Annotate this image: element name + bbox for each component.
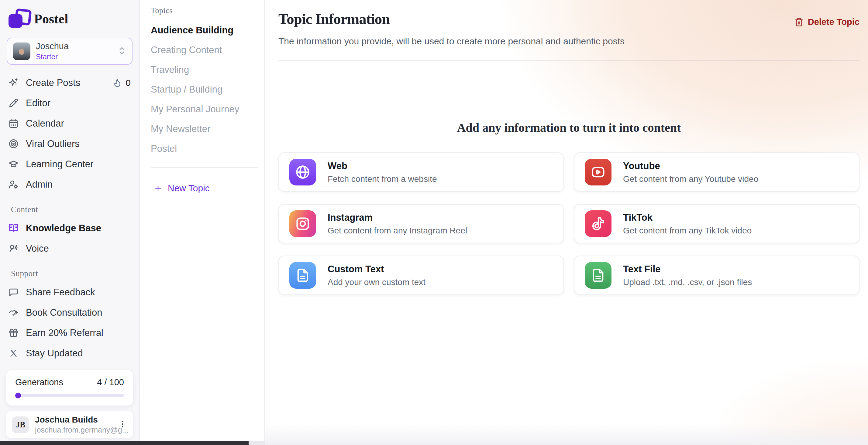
app-logo: Postel xyxy=(6,8,133,38)
topic-item-creating-content[interactable]: Creating Content xyxy=(151,45,265,55)
account-name: Joschua Builds xyxy=(35,415,112,425)
topics-divider xyxy=(151,167,258,168)
chevrons-up-down-icon xyxy=(117,46,126,57)
account-email: joschua.from.germany@g... xyxy=(35,425,112,434)
topic-item-my-personal-journey[interactable]: My Personal Journey xyxy=(151,104,265,114)
topic-item-startup-building[interactable]: Startup / Building xyxy=(151,85,265,94)
sidebar-item-editor[interactable]: Editor xyxy=(8,93,131,113)
instagram-camera-icon xyxy=(289,210,316,237)
postel-logo-icon xyxy=(8,9,28,29)
sparkles-icon xyxy=(8,78,19,88)
sidebar-item-label: Book Consultation xyxy=(26,307,102,318)
sidebar-item-stay-updated[interactable]: Stay Updated xyxy=(8,343,131,363)
kebab-menu-icon[interactable] xyxy=(118,419,127,430)
horizontal-scrollbar-track[interactable] xyxy=(0,441,265,445)
source-card-web[interactable]: Web Fetch content from a website xyxy=(278,152,564,192)
card-title: Instagram xyxy=(328,212,467,223)
pencil-icon xyxy=(8,98,19,108)
source-card-youtube[interactable]: Youtube Get content from any Youtube vid… xyxy=(574,152,860,192)
sidebar-item-create-posts[interactable]: Create Posts 0 xyxy=(8,73,131,93)
sidebar-item-label: Learning Center xyxy=(26,159,93,170)
card-description: Get content from any Youtube video xyxy=(623,174,758,184)
graduation-cap-icon xyxy=(8,159,19,169)
sidebar: Postel Joschua Starter Create Posts 0 xyxy=(0,0,140,445)
card-description: Upload .txt, .md, .csv, or .json files xyxy=(623,277,752,287)
target-icon xyxy=(8,139,19,149)
generations-label: Generations xyxy=(15,377,63,387)
voice-icon xyxy=(8,243,19,253)
workspace-name: Joschua xyxy=(36,41,69,51)
topic-item-my-newsletter[interactable]: My Newsletter xyxy=(151,124,265,134)
sidebar-nav: Create Posts 0 Editor Calendar Viral Out… xyxy=(6,73,133,363)
plan-badge: Starter xyxy=(36,53,69,61)
section-label-support: Support xyxy=(11,269,128,278)
horizontal-scrollbar-thumb[interactable] xyxy=(0,441,249,445)
avatar-initials: JB xyxy=(12,416,29,433)
source-cards-grid: Web Fetch content from a website Youtube… xyxy=(278,152,860,295)
sidebar-item-label: Calendar xyxy=(26,118,64,129)
source-card-instagram[interactable]: Instagram Get content from any Instagram… xyxy=(278,204,564,243)
page-title: Topic Information xyxy=(278,10,390,28)
topic-item-audience-building[interactable]: Audience Building xyxy=(151,26,265,35)
generations-progress-bar xyxy=(15,394,124,397)
source-card-text-file[interactable]: Text File Upload .txt, .md, .csv, or .js… xyxy=(574,255,860,295)
sidebar-item-label: Earn 20% Referral xyxy=(26,328,103,338)
topics-label: Topics xyxy=(151,6,265,15)
generations-progress-fill xyxy=(15,393,21,399)
header-divider xyxy=(278,60,860,61)
sidebar-item-label: Stay Updated xyxy=(26,348,83,359)
delete-topic-label: Delete Topic xyxy=(808,17,860,27)
card-description: Add your own custom text xyxy=(328,277,426,287)
generations-count: 4 / 100 xyxy=(97,377,124,387)
account-menu[interactable]: JB Joschua Builds joschua.from.germany@g… xyxy=(6,411,133,438)
page-subtitle: The information you provide, will be use… xyxy=(278,36,860,46)
card-description: Get content from any Instagram Reel xyxy=(328,226,467,236)
document-icon xyxy=(585,262,612,289)
app-window: Postel Joschua Starter Create Posts 0 xyxy=(0,0,868,445)
credits-count: 0 xyxy=(126,78,131,88)
topic-item-traveling[interactable]: Traveling xyxy=(151,65,265,74)
topic-item-postel[interactable]: Postel xyxy=(151,144,265,153)
x-logo-icon xyxy=(8,348,19,358)
sidebar-item-earn-referral[interactable]: Earn 20% Referral xyxy=(8,323,131,343)
calendar-icon xyxy=(8,118,19,128)
card-title: TikTok xyxy=(623,212,752,223)
sidebar-item-label: Viral Outliers xyxy=(26,138,80,149)
gift-icon xyxy=(8,328,19,338)
card-title: Text File xyxy=(623,264,752,275)
sidebar-item-label: Admin xyxy=(26,179,53,190)
youtube-play-icon xyxy=(585,159,612,185)
sidebar-item-share-feedback[interactable]: Share Feedback xyxy=(8,282,131,302)
flame-icon xyxy=(113,78,122,88)
sidebar-item-admin[interactable]: Admin xyxy=(8,174,131,195)
sidebar-item-learning-center[interactable]: Learning Center xyxy=(8,154,131,174)
topics-panel: Topics Audience Building Creating Conten… xyxy=(140,0,265,445)
source-card-custom-text[interactable]: Custom Text Add your own custom text xyxy=(278,255,564,295)
sidebar-item-label: Editor xyxy=(26,98,51,109)
book-open-icon xyxy=(8,223,19,233)
source-card-tiktok[interactable]: TikTok Get content from any TikTok video xyxy=(574,204,860,243)
sidebar-item-book-consultation[interactable]: Book Consultation xyxy=(8,302,131,323)
plus-icon xyxy=(154,184,162,193)
sidebar-item-calendar[interactable]: Calendar xyxy=(8,113,131,134)
sidebar-item-knowledge-base[interactable]: Knowledge Base xyxy=(8,218,131,238)
sidebar-item-label: Knowledge Base xyxy=(26,223,101,234)
sidebar-item-voice[interactable]: Voice xyxy=(8,238,131,259)
sidebar-item-label: Create Posts xyxy=(26,77,80,88)
new-topic-button[interactable]: New Topic xyxy=(151,183,265,193)
avatar xyxy=(13,42,30,60)
sidebar-item-label: Voice xyxy=(26,243,49,254)
card-title: Youtube xyxy=(623,161,758,172)
new-topic-label: New Topic xyxy=(168,183,210,193)
credits-badge: 0 xyxy=(113,78,131,88)
delete-topic-button[interactable]: Delete Topic xyxy=(795,17,860,27)
handshake-icon xyxy=(8,307,19,317)
card-title: Web xyxy=(328,161,437,172)
workspace-switcher[interactable]: Joschua Starter xyxy=(7,38,132,65)
section-label-content: Content xyxy=(11,205,128,214)
app-title: Postel xyxy=(34,11,68,27)
trash-icon xyxy=(795,18,804,27)
tiktok-note-icon xyxy=(585,210,612,237)
sidebar-item-viral-outliers[interactable]: Viral Outliers xyxy=(8,134,131,154)
section-heading: Add any information to turn it into cont… xyxy=(278,121,860,135)
